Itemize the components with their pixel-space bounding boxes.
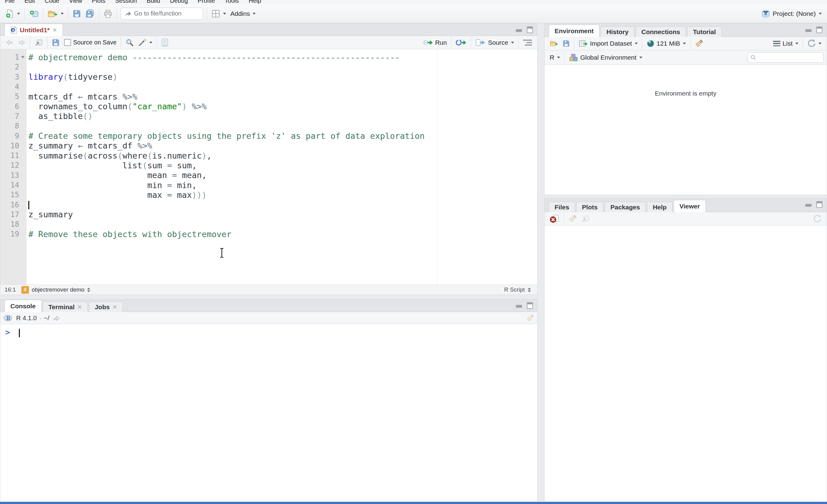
tab-terminal[interactable]: Terminal✕ bbox=[43, 301, 88, 312]
menu-help[interactable]: Help bbox=[244, 0, 266, 4]
clear-console-icon[interactable] bbox=[526, 314, 534, 322]
tab-history[interactable]: History bbox=[600, 26, 634, 37]
code-line-17[interactable]: 17z_summary bbox=[0, 210, 537, 219]
menu-view[interactable]: View bbox=[64, 0, 87, 4]
new-project-button[interactable] bbox=[27, 8, 41, 20]
minimize-environment-icon[interactable] bbox=[805, 26, 812, 33]
menu-edit[interactable]: Edit bbox=[19, 0, 40, 4]
tab-tutorial[interactable]: Tutorial bbox=[687, 26, 722, 37]
fold-arrow-icon[interactable] bbox=[19, 56, 27, 58]
open-directory-icon[interactable] bbox=[52, 315, 60, 322]
minimize-source-icon[interactable] bbox=[515, 26, 523, 33]
maximize-viewer-icon[interactable] bbox=[816, 201, 822, 208]
tab-viewer[interactable]: Viewer bbox=[674, 200, 706, 212]
code-line-3[interactable]: 3library(tidyverse) bbox=[0, 72, 537, 82]
line-number[interactable]: 17 bbox=[0, 210, 19, 219]
viewer-open-new-window-button[interactable] bbox=[579, 213, 592, 224]
import-dataset-button[interactable]: Import Dataset bbox=[577, 38, 640, 49]
line-number[interactable]: 10 bbox=[0, 142, 19, 150]
tab-connections[interactable]: Connections bbox=[636, 26, 686, 37]
section-navigator[interactable]: # objectremover demo bbox=[20, 285, 91, 294]
minimize-console-icon[interactable] bbox=[515, 302, 523, 308]
tab-files[interactable]: Files bbox=[549, 202, 575, 212]
new-file-dropdown-caret[interactable] bbox=[17, 13, 20, 15]
open-file-button[interactable] bbox=[45, 8, 66, 19]
new-file-button[interactable] bbox=[3, 8, 22, 20]
forward-button[interactable] bbox=[15, 38, 28, 48]
code-line-13[interactable]: 13 mean = mean, bbox=[0, 170, 537, 180]
code-line-8[interactable]: 8 bbox=[0, 121, 537, 131]
source-file-button[interactable]: Source bbox=[473, 37, 516, 48]
console-body[interactable]: > bbox=[0, 324, 537, 502]
code-line-2[interactable]: 2 bbox=[0, 62, 537, 72]
line-number[interactable]: 6 bbox=[0, 102, 19, 111]
stop-viewer-button[interactable] bbox=[547, 213, 562, 225]
line-number[interactable]: 3 bbox=[0, 73, 19, 81]
print-button[interactable] bbox=[101, 8, 114, 20]
code-line-5[interactable]: 5mtcars_df ← mtcars %>% bbox=[0, 92, 537, 101]
line-number[interactable]: 7 bbox=[0, 112, 19, 120]
line-number[interactable]: 13 bbox=[0, 171, 19, 179]
code-editor[interactable]: 1# objectremover demo ------------------… bbox=[0, 49, 537, 285]
save-button[interactable] bbox=[70, 8, 83, 19]
code-line-16[interactable]: 16 bbox=[0, 200, 537, 209]
tab-close-icon[interactable]: ✕ bbox=[112, 304, 117, 311]
line-number[interactable]: 4 bbox=[0, 82, 19, 91]
environment-search-input[interactable] bbox=[758, 54, 816, 61]
code-line-9[interactable]: 9# Create some temporary objects using t… bbox=[0, 131, 537, 141]
code-line-11[interactable]: 11 summarise(across(where(is.numeric), bbox=[0, 151, 537, 160]
tab-untitled1[interactable]: R Untitled1* ✕ bbox=[5, 24, 63, 36]
save-source-button[interactable] bbox=[50, 37, 62, 48]
addins-button[interactable]: Addins bbox=[228, 8, 258, 19]
menu-profile[interactable]: Profile bbox=[193, 0, 220, 4]
line-number[interactable]: 12 bbox=[0, 161, 19, 170]
tab-packages[interactable]: Packages bbox=[604, 202, 646, 212]
compile-report-button[interactable] bbox=[159, 37, 171, 48]
refresh-viewer-button[interactable] bbox=[811, 213, 824, 225]
clear-environment-button[interactable] bbox=[693, 38, 706, 49]
tab-environment[interactable]: Environment bbox=[549, 25, 599, 37]
line-number[interactable]: 15 bbox=[0, 190, 19, 199]
load-workspace-button[interactable] bbox=[547, 38, 561, 49]
pane-layout-dropdown-caret[interactable] bbox=[223, 13, 226, 15]
menu-debug[interactable]: Debug bbox=[165, 0, 193, 4]
maximize-console-icon[interactable] bbox=[527, 302, 533, 309]
line-number[interactable]: 11 bbox=[0, 151, 19, 160]
line-number[interactable]: 16 bbox=[0, 201, 19, 209]
working-directory[interactable]: ~/ bbox=[44, 315, 49, 322]
document-outline-button[interactable] bbox=[521, 38, 534, 47]
save-workspace-button[interactable] bbox=[561, 38, 572, 49]
maximize-environment-icon[interactable] bbox=[816, 26, 822, 33]
tab-jobs[interactable]: Jobs✕ bbox=[89, 301, 123, 312]
line-number[interactable]: 9 bbox=[0, 132, 19, 140]
refresh-environment-button[interactable] bbox=[805, 38, 824, 49]
scope-selector[interactable]: Global Environment bbox=[567, 52, 644, 63]
rerun-button[interactable] bbox=[453, 37, 469, 48]
code-line-18[interactable]: 18 bbox=[0, 219, 537, 229]
goto-file-function-box[interactable] bbox=[120, 8, 203, 20]
code-line-14[interactable]: 14 min = min, bbox=[0, 180, 537, 190]
menu-code[interactable]: Code bbox=[40, 0, 64, 4]
source-on-save-toggle[interactable]: Source on Save bbox=[62, 38, 118, 48]
goto-input[interactable] bbox=[134, 10, 195, 17]
open-in-new-window-button[interactable] bbox=[32, 37, 45, 48]
menu-tools[interactable]: Tools bbox=[220, 0, 244, 4]
source-on-save-checkbox[interactable] bbox=[64, 39, 71, 46]
tab-close-icon[interactable]: ✕ bbox=[78, 304, 82, 311]
pane-layout-button[interactable] bbox=[209, 8, 228, 20]
line-number[interactable]: 18 bbox=[0, 220, 19, 229]
tab-plots[interactable]: Plots bbox=[576, 202, 603, 212]
code-line-12[interactable]: 12 list(sum = sum, bbox=[0, 160, 537, 170]
save-all-button[interactable] bbox=[83, 8, 97, 20]
code-line-1[interactable]: 1# objectremover demo ------------------… bbox=[0, 52, 537, 62]
language-selector[interactable]: R bbox=[547, 52, 562, 63]
file-type-selector[interactable]: R Script bbox=[502, 285, 533, 295]
run-button[interactable]: Run bbox=[421, 37, 449, 48]
code-tools-dropdown-caret[interactable] bbox=[149, 42, 152, 44]
line-number[interactable]: 5 bbox=[0, 92, 19, 101]
minimize-viewer-icon[interactable] bbox=[805, 201, 812, 207]
tab-help[interactable]: Help bbox=[647, 202, 673, 212]
code-line-15[interactable]: 15 max = max))) bbox=[0, 190, 537, 200]
open-file-dropdown-caret[interactable] bbox=[61, 13, 64, 15]
source-dropdown-caret[interactable] bbox=[511, 42, 514, 44]
